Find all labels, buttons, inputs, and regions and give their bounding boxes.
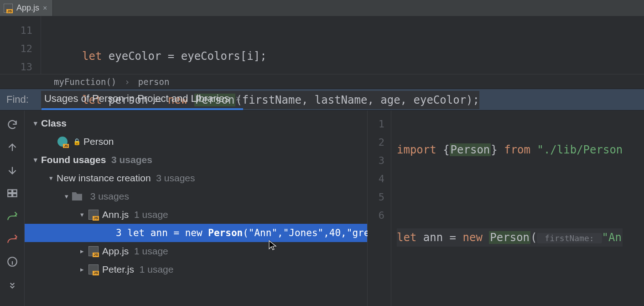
- kw-let: let: [397, 231, 416, 244]
- layout-icon[interactable]: [6, 187, 18, 199]
- chevron-right-icon[interactable]: ▸: [77, 247, 88, 255]
- usage-type-label: New instance creation: [57, 173, 151, 184]
- tree-file-ann[interactable]: ▾ Ann.js 1 usage: [25, 206, 367, 224]
- chevron-down-icon[interactable]: ▾: [30, 119, 41, 127]
- find-tab-title: Usages of Person in Project and Librarie…: [44, 93, 229, 105]
- prev-occurrence-icon[interactable]: [6, 142, 18, 153]
- variable: eyeColor: [109, 50, 161, 63]
- args: (firstName, lastName, age, eyeColor);: [235, 94, 479, 106]
- usage-count: 3 usages: [156, 173, 195, 184]
- folder-icon: [72, 192, 82, 200]
- find-tab[interactable]: Usages of Person in Project and Librarie…: [42, 89, 244, 110]
- group-label: Found usages: [41, 154, 106, 165]
- kw-new: new: [463, 231, 483, 244]
- next-occurrence-icon[interactable]: [6, 164, 18, 176]
- breadcrumb-item[interactable]: myFunction(): [54, 77, 116, 87]
- more-icon[interactable]: [6, 279, 18, 290]
- inlay-hint: firstName:: [537, 233, 602, 243]
- close-icon[interactable]: ×: [236, 94, 241, 104]
- kw-import: import: [397, 143, 436, 156]
- usage-code-pre: let ann = new: [122, 227, 208, 238]
- svg-rect-2: [8, 194, 12, 197]
- find-label: Find:: [6, 94, 29, 106]
- chevron-right-icon[interactable]: ▸: [77, 265, 88, 274]
- usage-preview-editor[interactable]: 1 2 3 4 5 6 import {Person} from "./lib/…: [368, 111, 644, 306]
- tree-class-node[interactable]: 🔒 Person: [25, 132, 367, 151]
- chevron-down-icon[interactable]: ▾: [77, 211, 88, 219]
- tree-group-found[interactable]: ▾ Found usages 3 usages: [25, 151, 367, 169]
- lock-icon: 🔒: [73, 138, 81, 145]
- usage-count: 3 usages: [111, 154, 152, 165]
- line-number: 3: [368, 152, 384, 170]
- usage-line-number: 3: [116, 227, 122, 238]
- chevron-down-icon[interactable]: ▾: [30, 156, 41, 164]
- class-name: Person: [83, 136, 114, 147]
- class-icon: [57, 137, 68, 147]
- tab-filename: App.js: [16, 3, 39, 13]
- tree-usage-type[interactable]: ▾ New instance creation 3 usages: [25, 169, 367, 187]
- tree-file-peter[interactable]: ▸ Peter.js 1 usage: [25, 260, 367, 279]
- tree-file-app[interactable]: ▸ App.js 1 usage: [25, 242, 367, 260]
- find-toolwindow-body: ▾ Class 🔒 Person ▾ Found usages 3 usages…: [0, 111, 644, 306]
- group-label: Class: [41, 118, 67, 129]
- chevron-right-icon: ›: [125, 77, 130, 87]
- line-number: 4: [368, 170, 384, 188]
- paren: (: [530, 231, 537, 244]
- tree-directory[interactable]: ▾ 3 usages: [25, 187, 367, 206]
- space: [483, 231, 489, 244]
- chevron-down-icon[interactable]: ▾: [46, 174, 57, 182]
- kw-let: let: [82, 50, 102, 63]
- op: =: [161, 50, 181, 63]
- js-file-icon: [4, 4, 13, 13]
- file-name: Ann.js: [102, 209, 129, 220]
- string: "./lib/Person: [530, 143, 623, 156]
- js-file-icon: [88, 210, 99, 220]
- line-number: 12: [0, 40, 32, 58]
- refresh-icon[interactable]: [6, 119, 18, 131]
- class-ref[interactable]: Person: [450, 143, 491, 156]
- op: =: [450, 231, 463, 244]
- usage-count: 1 usage: [134, 209, 168, 220]
- usages-tree[interactable]: ▾ Class 🔒 Person ▾ Found usages 3 usages…: [25, 111, 368, 306]
- brace: }: [491, 143, 504, 156]
- editor-tab-bar: App.js ×: [0, 0, 644, 16]
- line-number: 2: [368, 133, 384, 152]
- line-number: 5: [368, 188, 384, 206]
- kw-from: from: [504, 143, 530, 156]
- file-name: Peter.js: [102, 264, 134, 275]
- usage-count: 1 usage: [140, 264, 174, 275]
- js-file-icon: [88, 246, 99, 256]
- info-icon[interactable]: [6, 256, 18, 268]
- close-icon[interactable]: ×: [43, 5, 47, 12]
- line-number: 11: [0, 21, 32, 40]
- file-tab-app-js[interactable]: App.js ×: [0, 0, 53, 16]
- chevron-down-icon[interactable]: ▾: [61, 192, 72, 200]
- usage-count: 3 usages: [90, 191, 129, 202]
- line-number: 13: [0, 58, 32, 76]
- js-file-icon: [88, 264, 99, 274]
- rerun-icon[interactable]: [6, 210, 18, 222]
- find-sidebar: [0, 111, 25, 306]
- editor-pane[interactable]: 11 12 13 let eyeColor = eyeColors[i]; le…: [0, 16, 644, 74]
- usage-code-match: Person: [208, 227, 243, 238]
- class-ref[interactable]: Person: [489, 231, 530, 244]
- preview-code[interactable]: import {Person} from "./lib/Person let a…: [391, 111, 623, 306]
- line-number: 6: [368, 206, 384, 225]
- svg-rect-3: [13, 194, 17, 197]
- tree-group-class[interactable]: ▾ Class: [25, 114, 367, 132]
- string: "An: [602, 231, 622, 244]
- expr: eyeColors[i];: [181, 50, 267, 63]
- preview-gutter: 1 2 3 4 5 6: [368, 111, 391, 306]
- brace: {: [436, 143, 450, 156]
- line-number: 1: [368, 115, 384, 133]
- variable: ann: [416, 231, 449, 244]
- svg-rect-0: [8, 190, 12, 193]
- usage-count: 1 usage: [134, 246, 168, 257]
- editor-gutter: 11 12 13: [0, 16, 41, 74]
- breadcrumb-item[interactable]: person: [138, 77, 170, 87]
- svg-rect-1: [13, 190, 17, 193]
- stop-icon[interactable]: [6, 233, 18, 245]
- tree-usage-line-selected[interactable]: 3 let ann = new Person("Ann","Jones",40,…: [25, 224, 367, 242]
- editor-code[interactable]: let eyeColor = eyeColors[i]; let person …: [41, 16, 479, 74]
- file-name: App.js: [102, 246, 129, 257]
